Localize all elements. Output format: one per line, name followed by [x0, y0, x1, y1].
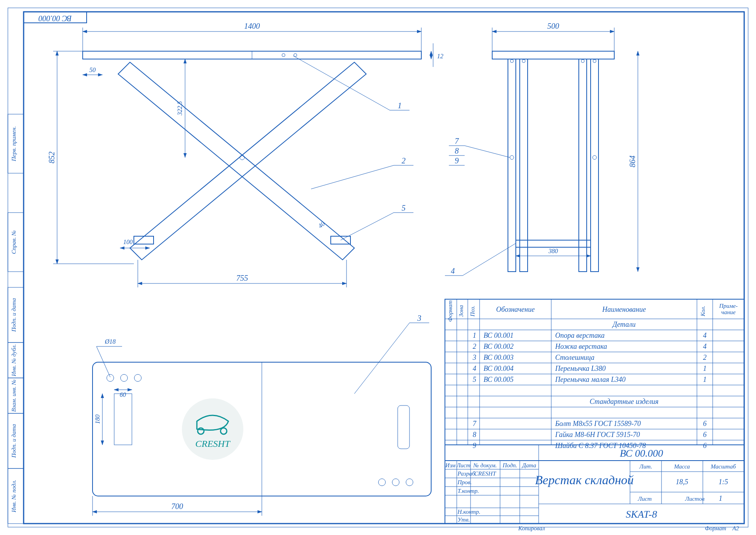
svg-text:Лист: Лист: [637, 496, 652, 502]
svg-text:Обозначение: Обозначение: [496, 305, 535, 313]
dim-864: 864: [628, 156, 637, 167]
svg-text:Пров.: Пров.: [457, 479, 472, 485]
dim-380: 380: [548, 248, 558, 254]
svg-text:Подп.: Подп.: [502, 462, 517, 468]
svg-point-16: [240, 155, 245, 160]
drawing-canvas: ВС 00.000 Инв. № подл. Подп. и дата Взам…: [0, 0, 756, 535]
svg-text:Изм: Изм: [445, 462, 456, 468]
svg-point-69: [378, 479, 385, 486]
side-view: [492, 51, 614, 272]
svg-text:6: 6: [703, 442, 707, 450]
logo-bg: [182, 398, 243, 460]
svg-point-48: [522, 59, 525, 63]
project-code: SKAT-8: [626, 509, 657, 520]
svg-text:ВС 00.003: ВС 00.003: [484, 354, 513, 361]
dim-40: 40: [317, 220, 326, 229]
svg-text:ВС 00.005: ВС 00.005: [484, 376, 513, 383]
svg-text:Наименование: Наименование: [602, 305, 646, 313]
svg-text:1:5: 1:5: [719, 478, 728, 486]
svg-point-66: [107, 374, 114, 381]
svg-point-47: [510, 59, 513, 63]
drawing-title: Верстак складной: [535, 473, 634, 487]
svg-rect-17: [134, 236, 154, 244]
dim-500: 500: [547, 22, 559, 30]
svg-text:Т.контр.: Т.контр.: [458, 488, 479, 494]
svg-rect-72: [114, 394, 132, 445]
svg-text:1: 1: [703, 376, 707, 383]
dim-1400: 1400: [244, 22, 260, 30]
svg-point-19: [282, 54, 285, 57]
svg-text:Лист: Лист: [456, 462, 470, 468]
svg-text:Детали: Детали: [612, 320, 636, 328]
svg-text:CRESHT: CRESHT: [474, 470, 497, 477]
svg-text:Утв.: Утв.: [458, 516, 470, 523]
svg-text:Разраб.: Разраб.: [457, 470, 476, 477]
svg-text:4: 4: [703, 331, 707, 339]
svg-text:Масштаб: Масштаб: [710, 463, 736, 470]
svg-point-50: [593, 59, 596, 63]
dim-755: 755: [236, 274, 248, 282]
leader-8: 8: [455, 146, 459, 155]
svg-text:Ножка верстака: Ножка верстака: [555, 342, 607, 350]
leader-9: 9: [455, 156, 459, 165]
svg-text:Подп. и дата: Подп. и дата: [11, 298, 17, 332]
left-margin: Инв. № подл. Подп. и дата Взам. инв. № И…: [8, 114, 24, 524]
svg-text:Приме-: Приме-: [719, 303, 737, 309]
dim-dia18: Ø18: [104, 338, 116, 345]
svg-text:5: 5: [473, 376, 476, 383]
leader-4: 4: [451, 267, 455, 275]
svg-text:Инв. № дубл.: Инв. № дубл.: [11, 344, 17, 377]
svg-line-83: [354, 323, 410, 394]
code-text: ВС 00.000: [39, 14, 72, 23]
leader-5: 5: [402, 204, 406, 212]
svg-text:6: 6: [703, 431, 707, 439]
svg-text:Взам. инв. №: Взам. инв. №: [11, 379, 17, 412]
svg-text:Перемычка малая L340: Перемычка малая L340: [555, 376, 626, 383]
svg-text:Дата: Дата: [521, 462, 536, 468]
svg-text:ВС 00.001: ВС 00.001: [484, 331, 513, 339]
drawing-sheet: ВС 00.000 Инв. № подл. Подп. и дата Взам…: [0, 0, 756, 535]
svg-text:Инв. № подл.: Инв. № подл.: [11, 480, 17, 513]
dim-180: 180: [94, 415, 101, 424]
svg-text:Зона: Зона: [458, 305, 464, 317]
logo-text: CRESHT: [195, 439, 231, 449]
svg-text:1: 1: [719, 494, 723, 502]
svg-text:2: 2: [703, 354, 707, 361]
dim-852: 852: [47, 152, 56, 163]
svg-text:Копировал: Копировал: [518, 525, 545, 531]
svg-text:Болт М8х55 ГОСТ 15589-70: Болт М8х55 ГОСТ 15589-70: [555, 420, 641, 428]
doc-number: ВС 00.000: [620, 448, 663, 459]
svg-rect-45: [591, 59, 598, 272]
svg-text:№ докум.: № докум.: [473, 462, 497, 468]
leader-3: 3: [417, 314, 421, 322]
dim-700: 700: [171, 502, 183, 511]
svg-text:Справ. №: Справ. №: [11, 230, 17, 254]
svg-point-70: [392, 479, 399, 486]
leader-1: 1: [398, 101, 402, 110]
svg-text:Кол.: Кол.: [700, 306, 706, 317]
svg-rect-46: [516, 240, 591, 247]
dim-50: 50: [89, 67, 96, 73]
svg-point-71: [406, 479, 413, 486]
svg-point-52: [593, 156, 597, 159]
leader-2: 2: [402, 156, 406, 165]
svg-text:6: 6: [703, 420, 707, 428]
svg-text:чание: чание: [721, 309, 736, 315]
svg-rect-42: [508, 59, 516, 272]
svg-text:1: 1: [703, 365, 707, 372]
svg-text:ВС 00.002: ВС 00.002: [484, 342, 513, 350]
dim-12: 12: [437, 53, 443, 59]
title-block: ВС 00.000 Изм Лист № докум. Подп. Дата Р…: [445, 445, 744, 524]
svg-text:Н.контр.: Н.контр.: [457, 509, 480, 515]
svg-text:1: 1: [473, 331, 476, 339]
svg-text:3: 3: [472, 354, 476, 361]
svg-rect-73: [398, 405, 410, 449]
svg-text:Формат: Формат: [705, 525, 726, 531]
svg-text:Поз.: Поз.: [469, 305, 476, 317]
svg-text:Листов: Листов: [685, 496, 705, 502]
svg-text:Подп. и дата: Подп. и дата: [11, 424, 17, 458]
leader-7: 7: [455, 137, 459, 145]
svg-text:Перв. примен.: Перв. примен.: [11, 126, 17, 162]
svg-text:Перемычка L380: Перемычка L380: [555, 365, 606, 372]
svg-text:Масса: Масса: [674, 463, 690, 470]
